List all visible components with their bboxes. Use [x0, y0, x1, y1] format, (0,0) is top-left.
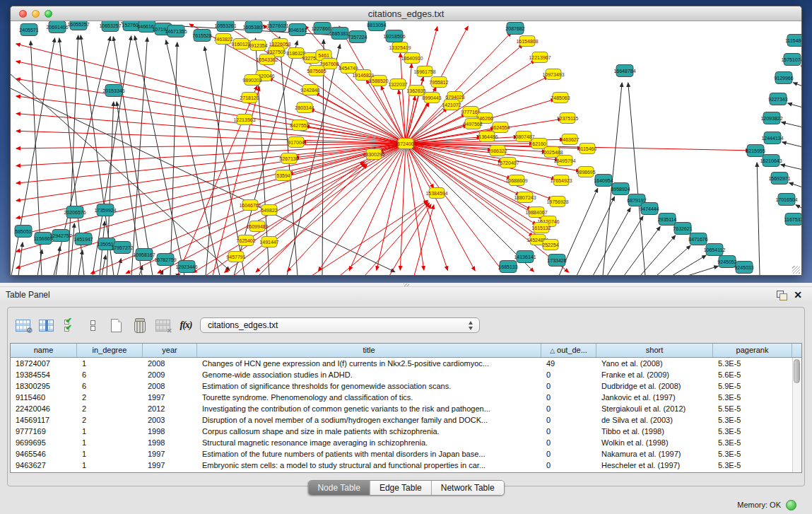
float-panel-icon[interactable] — [777, 291, 784, 298]
application-desktop: citations_edges.txt 18724007746382291601… — [0, 0, 812, 283]
column-header-outde[interactable]: △out_de... — [541, 344, 596, 357]
column-header-pagerank[interactable]: pagerank — [713, 344, 792, 357]
graph-node-label: 10553261 — [214, 23, 236, 28]
tab-edge-table[interactable]: Edge Table — [370, 481, 432, 495]
graph-node-label: 16046766 — [239, 203, 261, 208]
table-cell: 9463627 — [11, 460, 77, 471]
table-row[interactable]: 1456911722003Disruption of a novel membe… — [11, 414, 801, 426]
table-row[interactable]: 1830029562008Estimation of significance … — [11, 380, 801, 392]
graph-node-label: 12444134 — [761, 136, 783, 141]
graph-node-label: 12213563 — [233, 117, 255, 122]
network-file-selector[interactable]: citations_edges.txt — [200, 317, 480, 333]
window-resize-grip[interactable] — [792, 266, 800, 274]
graph-node-label: 9115460 — [578, 146, 597, 151]
graph-node-label: 12213967 — [529, 55, 551, 60]
graph-node-label: 9245052 — [717, 259, 736, 264]
graph-node-label: 5875685 — [307, 69, 326, 74]
table-cell: 0 — [541, 426, 596, 437]
table-row[interactable]: 1938455462009Genome-wide association stu… — [11, 369, 801, 380]
graph-node-label: 16210643 — [760, 158, 782, 163]
table-row[interactable]: 2242004622012Investigating the contribut… — [11, 403, 801, 414]
table-cell: 2 — [77, 392, 143, 403]
graph-node-label: 8046161 — [288, 28, 307, 33]
function-builder-button[interactable]: f(x) — [178, 317, 194, 334]
stacked-boxes-button[interactable] — [85, 317, 100, 334]
table-cell: 9465546 — [11, 448, 77, 460]
graph-node-label: 5267130 — [279, 156, 298, 161]
graph-node-label: 20153346 — [102, 88, 124, 93]
graph-edge — [628, 83, 645, 275]
graph-node-label: 9898695 — [576, 170, 595, 175]
close-traffic-light-button[interactable] — [19, 10, 27, 18]
graph-edge — [414, 205, 434, 275]
table-cell: Stergiakouli et al. (2012) — [596, 403, 713, 414]
table-cell: 1 — [77, 426, 143, 437]
table-settings-button[interactable]: ⚙ — [15, 317, 30, 334]
table-row[interactable]: 911546021997Tourette syndrome. Phenomeno… — [11, 392, 801, 403]
graph-node-label: 12923446 — [175, 264, 197, 269]
table-cell: 1 — [77, 448, 143, 460]
graph-node-label: 9777169 — [461, 110, 480, 115]
close-panel-icon[interactable]: ✕ — [794, 288, 802, 301]
delete-table-button[interactable] — [131, 317, 147, 334]
table-row[interactable]: 969969511998Structural magnetic resonanc… — [11, 437, 801, 448]
graph-node-label: 7632621 — [673, 226, 692, 231]
graph-node-label: 9242848 — [300, 88, 319, 93]
table-cell: 18300295 — [11, 380, 77, 392]
table-cell: 5.3E-5 — [713, 448, 792, 460]
table-row[interactable]: 946554611997Estimation of the future num… — [11, 448, 801, 460]
minimize-traffic-light-button[interactable] — [32, 10, 40, 18]
table-cell: 22420046 — [11, 403, 77, 414]
table-cell: Estimation of the future numbers of pati… — [197, 448, 541, 460]
graph-node-label: 8215955 — [746, 148, 765, 153]
table-toolbar: ⚙ ✔✔ ✕ f(x) — [15, 315, 194, 335]
table-row[interactable]: 946362711997Embryonic stem cells: a mode… — [11, 460, 801, 471]
graph-node-label: 18807243 — [514, 195, 536, 200]
table-cell: Estimation of significance thresholds fo… — [197, 380, 541, 392]
graph-node-label: 9474444 — [640, 206, 659, 211]
column-header-name[interactable]: name — [11, 344, 77, 357]
import-table-button-disabled[interactable]: ✕ — [155, 317, 170, 334]
graph-node-label: 10807487 — [512, 134, 534, 139]
graph-node-label: 17359924 — [94, 208, 116, 213]
table-cell: 5.3E-5 — [713, 437, 792, 448]
tab-network-table[interactable]: Network Table — [432, 481, 504, 495]
table-cell: 0 — [541, 403, 596, 414]
new-table-button[interactable] — [108, 317, 124, 334]
table-cell: 1 — [77, 358, 143, 369]
table-panel: Table Panel ✕ ⚙ ✔✔ ✕ f(x) citations_edge… — [0, 287, 812, 514]
graph-node-label: 8471676 — [688, 237, 707, 242]
column-header-year[interactable]: year — [143, 344, 197, 357]
table-row[interactable]: 977716911998Corpus callosum shape and si… — [11, 426, 801, 437]
table-cell: Embryonic stem cells: a model to study s… — [197, 460, 541, 471]
graph-node-label: 9227343 — [768, 97, 787, 102]
tab-node-table[interactable]: Node Table — [308, 481, 370, 495]
network-canvas[interactable]: 1872400774638229160123891235413226058932… — [11, 21, 801, 275]
graph-node-label: 17654923 — [550, 178, 572, 183]
graph-node-label: 9890203 — [242, 78, 261, 83]
graph-node-label: 10688609 — [505, 178, 527, 183]
new-table-icon — [111, 319, 122, 332]
graph-node-label: 7357224 — [348, 35, 367, 40]
graph-node-label: 7463822 — [213, 37, 233, 42]
graph-node-label: 9327505 — [266, 49, 286, 54]
select-columns-button[interactable] — [38, 317, 54, 334]
table-vertical-scrollbar[interactable] — [792, 358, 801, 472]
column-header-title[interactable]: title — [197, 344, 541, 357]
graph-node-label: 12942757 — [49, 233, 71, 238]
table-cell: 9115460 — [11, 392, 77, 403]
function-icon: f(x) — [180, 320, 192, 331]
zoom-traffic-light-button[interactable] — [45, 10, 52, 18]
graph-edge — [789, 183, 801, 187]
graph-node-label: 2935114 — [658, 217, 677, 222]
graph-node-label: 2986322 — [488, 148, 507, 153]
network-window-titlebar[interactable]: citations_edges.txt — [11, 6, 801, 21]
column-header-indegree[interactable]: in_degree — [77, 344, 143, 357]
table-cell: 49 — [541, 358, 596, 369]
graph-node-label: 13325419 — [389, 45, 411, 50]
table-row[interactable]: 1872400712008Changes of HCN gene express… — [11, 358, 801, 369]
column-header-short[interactable]: short — [596, 344, 713, 357]
graph-edge — [788, 103, 801, 107]
scrollbar-thumb[interactable] — [794, 359, 800, 383]
select-rows-button[interactable]: ✔✔ — [61, 317, 77, 334]
